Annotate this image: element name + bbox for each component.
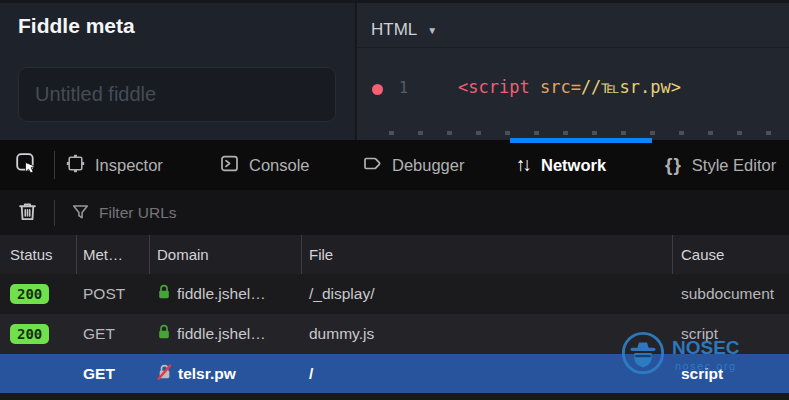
code-line[interactable]: <script src=//℡sr.pw>	[458, 77, 681, 97]
file-cell: /	[302, 365, 673, 383]
braces-icon: {}	[665, 154, 682, 176]
top-border	[0, 0, 789, 3]
code-token: src	[540, 77, 571, 97]
code-token: >	[671, 77, 681, 97]
status-badge: 200	[10, 324, 49, 345]
secure-lock-icon	[157, 324, 171, 344]
cause-cell: subdocument	[673, 285, 789, 303]
html-editor-panel: HTML ▼ 1 <script src=//℡sr.pw>	[357, 0, 789, 140]
fiddle-name-input[interactable]	[18, 67, 336, 122]
console-icon	[220, 154, 239, 177]
domain-cell: fiddle.jshel…	[150, 284, 302, 304]
code-token: =	[571, 77, 581, 97]
request-row[interactable]: 200 POST fiddle.jshel… /_display/ subdoc…	[0, 274, 789, 314]
status-badge: 200	[10, 284, 49, 305]
tab-style-editor[interactable]: {} Style Editor	[665, 140, 776, 190]
chevron-down-icon: ▼	[427, 25, 437, 36]
request-row[interactable]: 200 GET fiddle.jshel… dummy.js script	[0, 314, 789, 354]
tab-network[interactable]: ↑↓ Network	[516, 140, 606, 190]
secure-lock-icon	[157, 284, 171, 304]
inspector-icon	[66, 154, 85, 177]
request-row-selected[interactable]: GET telsr.pw / script	[0, 354, 789, 393]
tab-debugger[interactable]: Debugger	[363, 140, 464, 190]
debugger-icon	[363, 154, 382, 177]
status-cell: 200	[0, 324, 77, 345]
panel-title: Fiddle meta	[18, 14, 135, 38]
method-cell: GET	[77, 365, 150, 383]
toolbar-divider	[54, 151, 55, 179]
tab-label: Style Editor	[692, 156, 776, 175]
column-header-status[interactable]: Status	[0, 235, 77, 274]
method-cell: GET	[77, 325, 150, 343]
insecure-lock-icon	[157, 364, 172, 384]
tab-inspector[interactable]: Inspector	[66, 140, 163, 190]
domain-cell: telsr.pw	[150, 364, 302, 384]
network-filter-bar	[0, 190, 789, 235]
cause-cell: script	[673, 365, 789, 383]
column-header-domain[interactable]: Domain	[150, 235, 302, 274]
code-token: <script	[458, 77, 530, 97]
filter-urls-input[interactable]	[97, 203, 789, 223]
tab-label: Network	[541, 156, 606, 175]
screen: Fiddle meta HTML ▼ 1 <script src=//℡sr.p…	[0, 0, 789, 400]
column-header-method[interactable]: Met…	[77, 235, 150, 274]
clipped-code-line	[365, 131, 785, 135]
tab-label: Console	[249, 156, 310, 175]
column-header-cause[interactable]: Cause	[673, 235, 789, 274]
trash-icon	[17, 201, 38, 225]
tab-label: Inspector	[95, 156, 163, 175]
status-cell: 200	[0, 284, 77, 305]
cause-cell: script	[673, 325, 789, 343]
method-cell: POST	[77, 285, 150, 303]
filter-funnel-icon	[72, 204, 89, 221]
domain-text: fiddle.jshel…	[177, 285, 266, 303]
code-token	[530, 77, 540, 97]
line-number: 1	[399, 79, 408, 97]
devtools-toolbar: Inspector Console Debugger ↑↓ Network	[0, 140, 789, 190]
file-cell: /_display/	[302, 285, 673, 303]
network-arrows-icon: ↑↓	[516, 154, 529, 176]
column-header-file[interactable]: File	[302, 235, 673, 274]
domain-cell: fiddle.jshel…	[150, 324, 302, 344]
file-cell: dummy.js	[302, 325, 673, 343]
code-token: //℡sr.pw	[581, 77, 671, 97]
element-picker-button[interactable]	[0, 140, 54, 190]
fiddle-meta-panel: Fiddle meta	[0, 0, 356, 140]
domain-text: telsr.pw	[178, 365, 236, 383]
tab-label: Debugger	[392, 156, 464, 175]
active-tab-indicator	[510, 138, 652, 143]
error-marker-dot	[372, 84, 383, 95]
tab-console[interactable]: Console	[220, 140, 310, 190]
filter-bar-divider	[54, 200, 55, 226]
editor-language-label: HTML	[371, 20, 417, 40]
domain-text: fiddle.jshel…	[177, 325, 266, 343]
clear-requests-button[interactable]	[0, 190, 54, 235]
bottom-strip	[0, 393, 789, 400]
network-table-header: Status Met… Domain File Cause	[0, 235, 789, 274]
editor-language-selector[interactable]: HTML ▼	[371, 20, 437, 40]
element-picker-icon	[15, 152, 39, 179]
editor-header-divider	[357, 47, 789, 48]
